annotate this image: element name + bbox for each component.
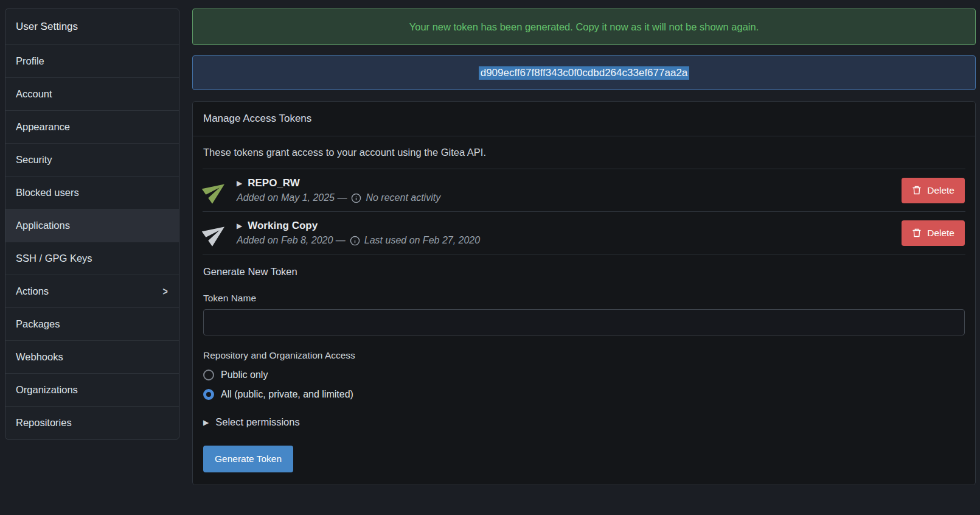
delete-token-button[interactable]: Delete	[902, 178, 965, 203]
info-icon	[350, 236, 360, 246]
sidebar-item-blocked-users[interactable]: Blocked users	[5, 176, 179, 209]
token-name-toggle[interactable]: ▶ Working Copy	[237, 220, 902, 232]
radio-unchecked-icon[interactable]	[203, 370, 214, 380]
select-permissions-toggle[interactable]: ▶ Select permissions	[203, 416, 965, 428]
repo-org-access-label: Repository and Organization Access	[203, 350, 965, 361]
token-name-toggle[interactable]: ▶ REPO_RW	[237, 177, 902, 189]
token-name-input[interactable]	[203, 309, 965, 335]
paper-plane-icon	[198, 216, 232, 250]
panel-title: Manage Access Tokens	[193, 102, 975, 136]
token-info: ▶ REPO_RW Added on May 1, 2025 — No rece…	[237, 177, 902, 203]
success-banner: Your new token has been generated. Copy …	[192, 9, 976, 45]
new-token-display: d909ecff67f8ff343c0f0cdbd264c33ef677aa2a	[192, 55, 976, 90]
token-name: REPO_RW	[248, 177, 300, 189]
sidebar-item-packages[interactable]: Packages	[5, 307, 179, 340]
sidebar-item-security[interactable]: Security	[5, 143, 179, 176]
sidebar-item-repositories[interactable]: Repositories	[5, 406, 179, 439]
token-meta: Added on May 1, 2025 — No recent activit…	[237, 192, 902, 203]
sidebar-item-appearance[interactable]: Appearance	[5, 110, 179, 143]
triangle-right-icon: ▶	[237, 179, 242, 187]
token-added-date: Added on May 1, 2025 —	[237, 192, 347, 203]
token-row: ▶ REPO_RW Added on May 1, 2025 — No rece…	[193, 169, 975, 211]
success-banner-text: Your new token has been generated. Copy …	[409, 21, 759, 33]
info-icon	[351, 193, 361, 203]
sidebar-item-ssh-gpg-keys[interactable]: SSH / GPG Keys	[5, 242, 179, 275]
radio-option-public-only[interactable]: Public only	[203, 370, 965, 380]
sidebar-item-applications[interactable]: Applications	[5, 209, 179, 242]
token-meta: Added on Feb 8, 2020 — Last used on Feb …	[237, 235, 902, 246]
chevron-right-icon: >	[162, 287, 167, 296]
triangle-right-icon: ▶	[203, 418, 209, 427]
sidebar-item-actions[interactable]: Actions >	[5, 275, 179, 307]
panel-description: These tokens grant access to your accoun…	[193, 136, 975, 169]
settings-sidebar: User Settings Profile Account Appearance…	[5, 9, 179, 440]
new-token-value[interactable]: d909ecff67f8ff343c0f0cdbd264c33ef677aa2a	[479, 66, 690, 80]
sidebar-item-account[interactable]: Account	[5, 77, 179, 110]
generate-token-title: Generate New Token	[203, 266, 965, 278]
main-content: Your new token has been generated. Copy …	[192, 9, 976, 485]
sidebar-item-profile[interactable]: Profile	[5, 44, 179, 77]
paper-plane-icon	[198, 173, 232, 208]
token-name-label: Token Name	[203, 293, 965, 304]
token-activity: Last used on Feb 27, 2020	[364, 235, 480, 246]
sidebar-item-webhooks[interactable]: Webhooks	[5, 340, 179, 373]
delete-token-button[interactable]: Delete	[902, 220, 965, 246]
generate-token-section: Generate New Token Token Name Repository…	[193, 266, 975, 476]
radio-checked-icon[interactable]	[203, 389, 214, 400]
triangle-right-icon: ▶	[237, 222, 242, 230]
manage-access-tokens-panel: Manage Access Tokens These tokens grant …	[192, 101, 976, 485]
divider	[203, 254, 965, 254]
token-activity: No recent activity	[366, 192, 440, 203]
token-info: ▶ Working Copy Added on Feb 8, 2020 — La…	[237, 220, 902, 246]
token-name: Working Copy	[248, 220, 318, 232]
trash-icon	[912, 228, 922, 238]
token-added-date: Added on Feb 8, 2020 —	[237, 235, 346, 246]
token-row: ▶ Working Copy Added on Feb 8, 2020 — La…	[193, 212, 975, 254]
sidebar-title: User Settings	[5, 9, 179, 44]
sidebar-item-organizations[interactable]: Organizations	[5, 373, 179, 406]
radio-option-all[interactable]: All (public, private, and limited)	[203, 389, 965, 400]
trash-icon	[912, 185, 922, 195]
generate-token-button[interactable]: Generate Token	[203, 446, 293, 472]
